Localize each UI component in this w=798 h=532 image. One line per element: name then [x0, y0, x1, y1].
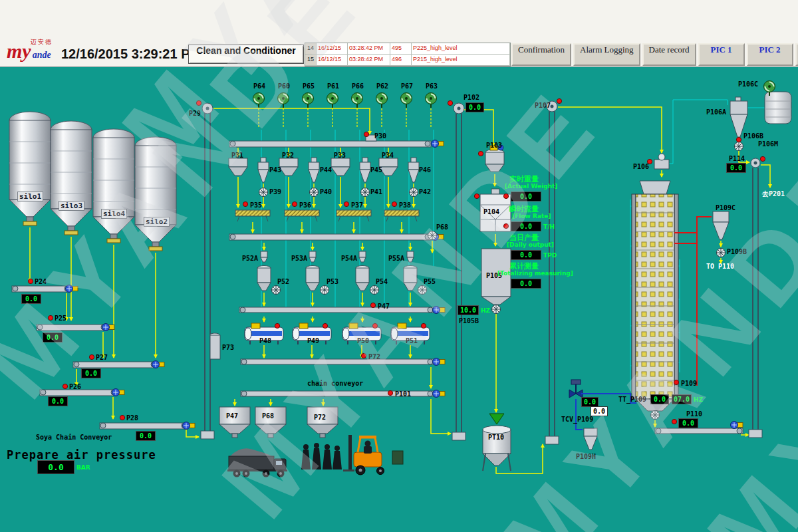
alarm-row[interactable]: 1516/12/1503:28:42 PM496P215_high_level: [305, 55, 510, 66]
alarm-message: P225_high_level: [412, 43, 510, 54]
alarm-row[interactable]: 1416/12/1503:28:42 PM495P225_high_level: [305, 43, 510, 55]
datetime: 12/16/2015 3:29:21 PM: [61, 47, 201, 62]
fans: [253, 81, 775, 108]
alarm-no: 14: [305, 43, 317, 54]
silos: [9, 112, 176, 251]
logo-brand: my: [7, 40, 31, 62]
button-confirmation[interactable]: Confirmation: [511, 43, 571, 66]
alarm-code: 496: [390, 55, 412, 65]
alarm-table: 1416/12/1503:28:42 PM495P225_high_level1…: [305, 43, 511, 66]
steam-pipes: [576, 394, 636, 430]
header-bar: 迈安德 myande 12/16/2015 3:29:21 PM Clean a…: [0, 0, 798, 67]
alarm-date: 16/12/15: [317, 55, 348, 65]
page-title: Clean and Conditioner: [188, 45, 304, 64]
button-alarm-logging[interactable]: Alarm Logging: [573, 43, 640, 66]
button-pic-1[interactable]: PIC 1: [698, 43, 745, 66]
alarm-time: 03:28:42 PM: [348, 43, 390, 54]
alarm-time: 03:28:42 PM: [348, 55, 390, 65]
alarm-date: 16/12/15: [317, 43, 348, 54]
logo: 迈安德 myande: [7, 40, 61, 65]
alarm-message: P215_high_level: [412, 55, 510, 65]
alarm-code: 495: [390, 43, 412, 54]
truck-graphic: [227, 448, 287, 477]
button-pic-2[interactable]: PIC 2: [747, 43, 793, 66]
header-buttons: ConfirmationAlarm LoggingDate recordPIC …: [511, 43, 798, 66]
button-date-record[interactable]: Date record: [642, 43, 696, 66]
logo-brand-suffix: ande: [33, 50, 51, 60]
button-interlock[interactable]: Interlock: [795, 43, 798, 66]
logo-chinese: 迈安德: [31, 38, 53, 47]
people-graphic: [301, 443, 342, 469]
forklift-graphic: [343, 435, 403, 475]
hmi-screen: silo1silo3silo4silo2P24P25P27P26P28Soya …: [0, 0, 798, 532]
alarm-no: 15: [305, 55, 317, 65]
cleaning-section: [210, 135, 446, 438]
diagram-canvas: [0, 0, 798, 532]
